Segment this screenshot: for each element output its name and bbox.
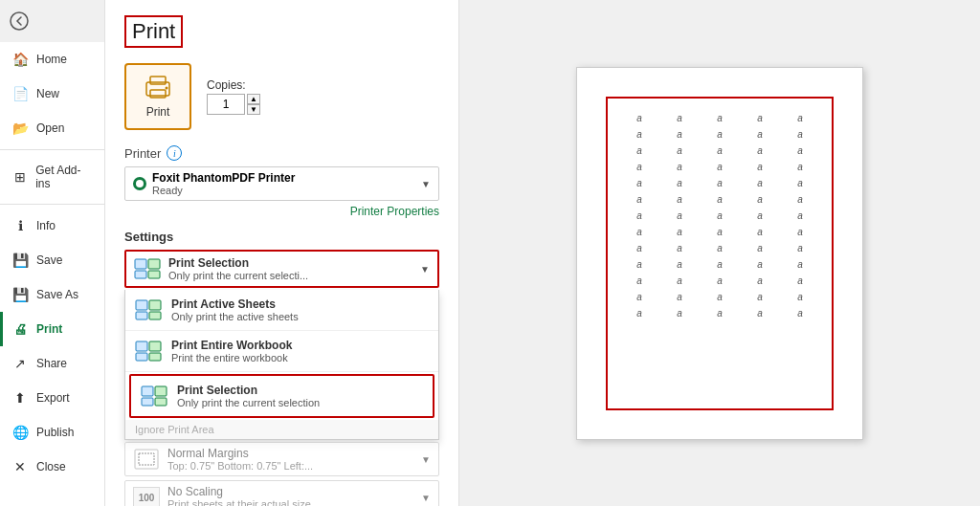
- preview-cell: a: [780, 175, 820, 191]
- sidebar-item-label: Save As: [36, 288, 78, 301]
- printer-dropdown-arrow: ▼: [421, 179, 431, 189]
- add-ins-icon: ⊞: [11, 169, 28, 185]
- preview-cell: a: [740, 224, 780, 240]
- scaling-text: No Scaling Print sheets at their actual …: [167, 485, 413, 506]
- preview-cell: a: [659, 110, 700, 126]
- svg-rect-9: [136, 300, 147, 310]
- open-icon: 📂: [11, 121, 29, 136]
- preview-cell: a: [700, 159, 740, 175]
- ignore-print-area-separator: Ignore Print Area: [125, 420, 438, 439]
- preview-cell: a: [780, 273, 820, 289]
- separator: [0, 149, 104, 150]
- preview-cell: a: [780, 305, 820, 321]
- printer-info-icon[interactable]: i: [167, 145, 182, 161]
- preview-cell: a: [740, 240, 780, 256]
- preview-cell: a: [659, 159, 700, 175]
- menu-item-entire-workbook[interactable]: Print Entire Workbook Print the entire w…: [125, 331, 438, 372]
- copies-up-button[interactable]: ▲: [247, 94, 260, 104]
- preview-cell: a: [740, 126, 780, 143]
- printer-dropdown[interactable]: Foxit PhantomPDF Printer Ready ▼: [124, 166, 439, 201]
- ready-dot-inner: [136, 180, 144, 187]
- selection-title: Print Selection: [177, 384, 423, 397]
- preview-content: aaaaaaaaaaaaaaaaaaaaaaaaaaaaaaaaaaaaaaaa…: [606, 97, 834, 410]
- preview-cell: a: [659, 256, 700, 273]
- ready-status-dot: [133, 177, 146, 190]
- preview-cell: a: [619, 126, 659, 143]
- sidebar-item-print[interactable]: 🖨 Print: [0, 312, 104, 346]
- preview-cell: a: [780, 240, 820, 256]
- scaling-icon: 100: [133, 487, 160, 506]
- separator: [0, 204, 104, 205]
- preview-cell: a: [659, 289, 700, 305]
- printer-properties-link[interactable]: Printer Properties: [124, 205, 439, 218]
- workbook-title: Print Entire Workbook: [171, 339, 429, 352]
- sidebar-item-add-ins[interactable]: ⊞ Get Add-ins: [0, 154, 104, 200]
- preview-cell: a: [619, 224, 659, 240]
- workbook-sub: Print the entire workbook: [171, 352, 429, 363]
- sidebar-item-label: Home: [36, 53, 67, 66]
- preview-cell: a: [780, 191, 820, 208]
- preview-cell: a: [659, 175, 700, 191]
- preview-cell: a: [740, 256, 780, 273]
- preview-cell: a: [740, 159, 780, 175]
- info-icon: ℹ: [11, 218, 29, 233]
- printer-label-text: Printer: [124, 146, 161, 161]
- svg-rect-19: [142, 398, 153, 406]
- preview-cell: a: [700, 126, 740, 143]
- sidebar-item-home[interactable]: 🏠 Home: [0, 42, 104, 77]
- preview-cell: a: [700, 208, 740, 224]
- preview-cell: a: [659, 126, 700, 143]
- preview-cell: a: [740, 175, 780, 191]
- preview-cell: a: [659, 143, 700, 159]
- sidebar-item-save[interactable]: 💾 Save: [0, 243, 104, 277]
- preview-cell: a: [700, 273, 740, 289]
- print-selection-dropdown[interactable]: Print Selection Only print the current s…: [124, 250, 439, 288]
- sidebar-item-share[interactable]: ↗ Share: [0, 346, 104, 381]
- copies-input-wrap: ▲ ▼: [207, 94, 260, 115]
- scaling-dropdown[interactable]: 100 No Scaling Print sheets at their act…: [124, 480, 439, 506]
- preview-cell: a: [659, 273, 700, 289]
- copies-down-button[interactable]: ▼: [247, 104, 260, 115]
- active-sheets-icon: [135, 299, 162, 320]
- preview-cell: a: [700, 224, 740, 240]
- sidebar-item-close[interactable]: ✕ Close: [0, 450, 104, 484]
- dropdown-header[interactable]: Print Selection Only print the current s…: [126, 252, 437, 286]
- sidebar-item-publish[interactable]: 🌐 Publish: [0, 415, 104, 450]
- margins-icon: [133, 449, 160, 470]
- sidebar-item-new[interactable]: 📄 New: [0, 77, 104, 111]
- sidebar-item-label: Open: [36, 121, 64, 135]
- back-button[interactable]: [0, 0, 104, 42]
- menu-item-selection[interactable]: Print Selection Only print the current s…: [129, 374, 434, 418]
- print-button[interactable]: Print: [124, 63, 191, 130]
- sidebar-item-label: Share: [36, 357, 67, 370]
- svg-rect-8: [148, 271, 160, 278]
- preview-cell: a: [619, 208, 659, 224]
- preview-cell: a: [659, 305, 700, 321]
- menu-item-active-sheets[interactable]: Print Active Sheets Only print the activ…: [125, 290, 438, 331]
- preview-cell: a: [700, 256, 740, 273]
- preview-cell: a: [740, 273, 780, 289]
- sidebar-item-save-as[interactable]: 💾 Save As: [0, 277, 104, 312]
- preview-cell: a: [659, 191, 700, 208]
- sidebar-item-info[interactable]: ℹ Info: [0, 209, 104, 243]
- copies-label: Copies:: [207, 78, 260, 92]
- preview-cell: a: [780, 224, 820, 240]
- margins-dropdown[interactable]: Normal Margins Top: 0.75" Bottom: 0.75" …: [124, 442, 439, 476]
- dropdown-title: Print Selection: [168, 256, 412, 270]
- preview-cell: a: [619, 191, 659, 208]
- copies-spinner: ▲ ▼: [247, 94, 260, 115]
- preview-cell: a: [619, 240, 659, 256]
- dropdown-text: Print Selection Only print the current s…: [168, 256, 412, 281]
- home-icon: 🏠: [11, 52, 29, 67]
- printer-status: Ready: [152, 185, 415, 196]
- scaling-title: No Scaling: [167, 485, 413, 498]
- preview-cell: a: [619, 273, 659, 289]
- preview-cell: a: [659, 240, 700, 256]
- sidebar-item-export[interactable]: ⬆ Export: [0, 381, 104, 415]
- sidebar-item-open[interactable]: 📂 Open: [0, 111, 104, 145]
- svg-rect-6: [148, 259, 160, 269]
- sidebar-item-label: Export: [36, 391, 70, 405]
- print-options-menu: Print Active Sheets Only print the activ…: [124, 290, 439, 440]
- copies-input[interactable]: [207, 94, 245, 115]
- svg-point-0: [11, 12, 28, 30]
